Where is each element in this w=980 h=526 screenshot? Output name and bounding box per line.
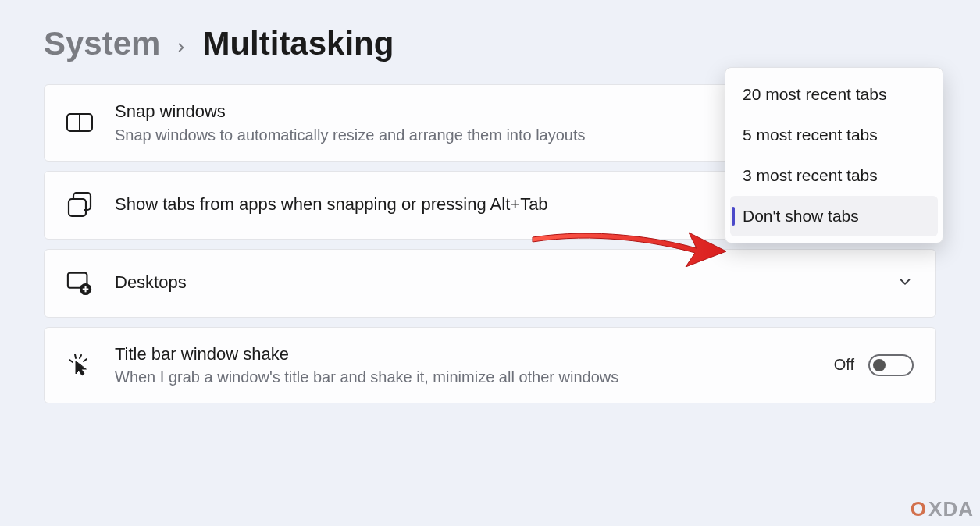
svg-rect-2 [69,199,86,216]
dropdown-option-5-recent[interactable]: 5 most recent tabs [730,115,938,155]
watermark: OXDA [911,497,974,521]
desktops-expand[interactable] [896,273,914,293]
watermark-accent: O [911,497,927,521]
desktops-title: Desktops [115,272,875,294]
breadcrumb-parent-link[interactable]: System [44,25,160,62]
desktops-card[interactable]: Desktops [44,249,936,318]
chevron-right-icon [174,35,188,60]
breadcrumb: System Multitasking [44,25,936,62]
title-bar-shake-title: Title bar window shake [115,343,812,366]
title-bar-shake-text: Title bar window shake When I grab a win… [115,343,812,388]
dropdown-option-20-recent[interactable]: 20 most recent tabs [730,74,938,115]
desktops-icon [66,270,93,297]
tabs-dropdown-menu: 20 most recent tabs 5 most recent tabs 3… [725,67,943,243]
svg-line-8 [75,354,76,358]
tabs-stack-icon [66,192,93,219]
title-bar-shake-subtitle: When I grab a window's title bar and sha… [115,367,812,387]
title-bar-shake-card: Title bar window shake When I grab a win… [44,327,936,404]
title-bar-shake-toggle-label: Off [834,356,854,374]
dropdown-option-dont-show[interactable]: Don't show tabs [730,196,938,236]
dropdown-option-3-recent[interactable]: 3 most recent tabs [730,155,938,196]
snap-windows-icon [66,109,93,136]
page-title: Multitasking [202,25,394,62]
watermark-text: XDA [928,497,974,521]
svg-line-7 [69,360,73,362]
svg-line-9 [80,355,81,358]
desktops-text: Desktops [115,272,875,294]
title-bar-shake-toggle[interactable] [868,354,914,376]
cursor-shake-icon [66,352,93,379]
chevron-down-icon [896,273,914,293]
svg-line-10 [84,359,87,361]
